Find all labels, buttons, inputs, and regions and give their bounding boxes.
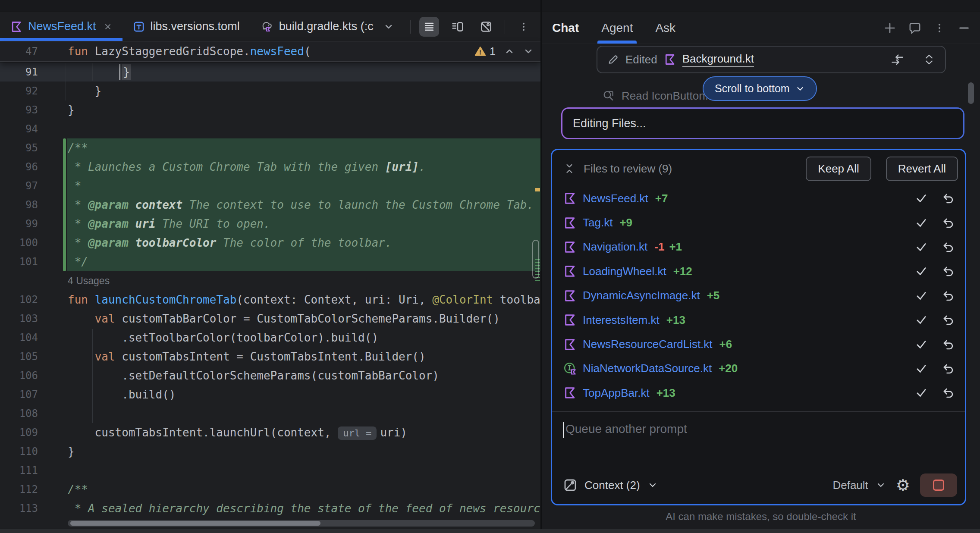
stop-button[interactable] [920,473,957,497]
file-review-row[interactable]: LoadingWheel.kt+12 [563,259,957,283]
keep-file-icon[interactable] [915,216,928,229]
edited-file-card[interactable]: Edited Background.kt [597,46,946,73]
usages-hint-row[interactable]: 4 Usages [0,271,540,290]
revert-file-icon[interactable] [942,241,955,254]
keep-file-icon[interactable] [915,241,928,254]
tab-ask[interactable]: Ask [655,12,675,44]
edited-file-link[interactable]: Background.kt [682,52,754,67]
tab-build-gradle-kts[interactable]: build.gradle.kts (:c [250,12,404,41]
code-text: fun LazyStaggeredGridScope.newsFeed( [68,41,311,61]
code-editor[interactable]: 91 }92 }93}9495/**96 * Launches a Custom… [0,63,540,533]
revert-file-icon[interactable] [942,265,955,278]
file-review-row[interactable]: InterestsItem.kt+13 [563,308,957,332]
chevron-up-icon[interactable] [504,46,515,56]
keep-file-icon[interactable] [915,265,928,278]
comment-icon[interactable] [908,22,921,34]
file-review-row[interactable]: NewsResourceCardList.kt+6 [563,332,957,356]
chevron-down-icon[interactable] [383,22,394,32]
code-line[interactable]: 100 * @param toolbarColor The color of t… [0,233,540,252]
tab-newsfeed-kt[interactable]: NewsFeed.kt [0,12,122,41]
code-line[interactable]: 94 [0,119,540,138]
code-line[interactable]: 96 * Launches a Custom Chrome Tab with t… [0,157,540,176]
attach-image-icon[interactable] [563,478,577,492]
revert-file-icon[interactable] [942,362,955,375]
model-selector[interactable]: Default [832,479,868,492]
file-link[interactable]: LoadingWheel.kt [583,265,666,278]
keep-file-icon[interactable] [915,386,928,399]
file-link[interactable]: NewsResourceCardList.kt [583,338,713,351]
code-line[interactable]: 113 * A sealed hierarchy describing the … [0,499,540,518]
revert-file-icon[interactable] [942,289,955,302]
file-review-row[interactable]: DynamicAsyncImage.kt+5 [563,284,957,308]
code-line[interactable]: 112/** [0,480,540,499]
revert-file-icon[interactable] [942,314,955,326]
prompt-input[interactable]: Queue another prompt [565,422,687,436]
code-line[interactable]: 91 } [0,63,540,82]
sticky-code-line[interactable]: 47 fun LazyStaggeredGridScope.newsFeed( … [0,41,540,62]
file-review-row[interactable]: Navigation.kt-1+1 [563,235,957,259]
keep-all-button[interactable]: Keep All [806,157,871,181]
file-link[interactable]: InterestsItem.kt [583,314,660,327]
minimize-icon[interactable] [958,22,971,34]
chevron-down-icon[interactable] [876,480,886,490]
file-link[interactable]: TopAppBar.kt [583,386,650,400]
chevron-down-icon[interactable] [523,46,534,56]
code-line[interactable]: 97 * [0,176,540,195]
show-diff-icon[interactable] [890,53,904,66]
code-line[interactable]: 104 .setToolbarColor(toolbarColor).build… [0,328,540,347]
chat-scrollbar[interactable] [968,82,974,104]
file-link[interactable]: DynamicAsyncImage.kt [583,289,700,302]
list-view-icon[interactable] [419,17,439,37]
revert-file-icon[interactable] [942,338,955,351]
image-preview-icon[interactable] [476,17,496,37]
file-link[interactable]: Navigation.kt [583,240,647,254]
close-icon[interactable] [104,22,112,31]
file-review-row[interactable]: Tag.kt+9 [563,210,957,235]
file-link[interactable]: NiaNetworkDataSource.kt [583,362,712,375]
code-line[interactable]: 103 val customTabBarColor = CustomTabCol… [0,309,540,328]
chevron-down-icon[interactable] [647,480,658,490]
editor-horizontal-scrollbar-thumb[interactable] [70,521,320,526]
tab-agent[interactable]: Agent [601,12,633,44]
more-vertical-icon[interactable] [933,22,945,34]
code-line[interactable]: 102fun launchCustomChromeTab(context: Co… [0,290,540,309]
code-line[interactable]: 99 * @param uri The URI to open. [0,214,540,233]
keep-file-icon[interactable] [915,192,928,205]
file-link[interactable]: NewsFeed.kt [583,192,648,205]
file-review-row[interactable]: TopAppBar.kt+13 [563,381,957,405]
revert-all-button[interactable]: Revert All [886,157,958,181]
tab-libs-versions-toml[interactable]: libs.versions.toml [122,12,250,41]
code-line[interactable]: 110} [0,442,540,461]
file-link[interactable]: Tag.kt [583,216,612,229]
split-editor-icon[interactable] [448,17,468,37]
panel-divider[interactable] [540,0,542,533]
code-line[interactable]: 92 } [0,82,540,100]
code-line[interactable]: 98 * @param context The context to use t… [0,195,540,214]
revert-file-icon[interactable] [942,216,955,229]
code-line[interactable]: 108 [0,404,540,423]
scroll-to-bottom-button[interactable]: Scroll to bottom [703,76,817,101]
collapse-icon[interactable] [563,163,575,175]
revert-file-icon[interactable] [942,386,955,399]
plus-icon[interactable] [883,22,896,34]
gear-icon[interactable]: ⚙ [896,477,910,493]
revert-file-icon[interactable] [942,192,955,205]
code-line[interactable]: 107 .build() [0,385,540,404]
keep-file-icon[interactable] [915,314,928,326]
editor-vertical-scrollbar[interactable] [532,240,539,279]
expand-icon[interactable] [923,53,936,66]
keep-file-icon[interactable] [915,289,928,302]
code-line[interactable]: 106 .setDefaultColorSchemeParams(customT… [0,366,540,385]
code-line[interactable]: 93} [0,100,540,119]
context-selector[interactable]: Context (2) [584,479,640,492]
code-line[interactable]: 109 customTabsIntent.launchUrl(context, … [0,423,540,442]
file-review-row[interactable]: NewsFeed.kt+7 [563,186,957,210]
code-line[interactable]: 111 [0,461,540,480]
file-review-row[interactable]: INiaNetworkDataSource.kt+20 [563,357,957,381]
code-line[interactable]: 101 */ [0,252,540,271]
keep-file-icon[interactable] [915,338,928,351]
more-vertical-icon[interactable] [514,17,534,37]
code-line[interactable]: 95/** [0,138,540,157]
code-line[interactable]: 105 val customTabsIntent = CustomTabsInt… [0,347,540,366]
keep-file-icon[interactable] [915,362,928,375]
